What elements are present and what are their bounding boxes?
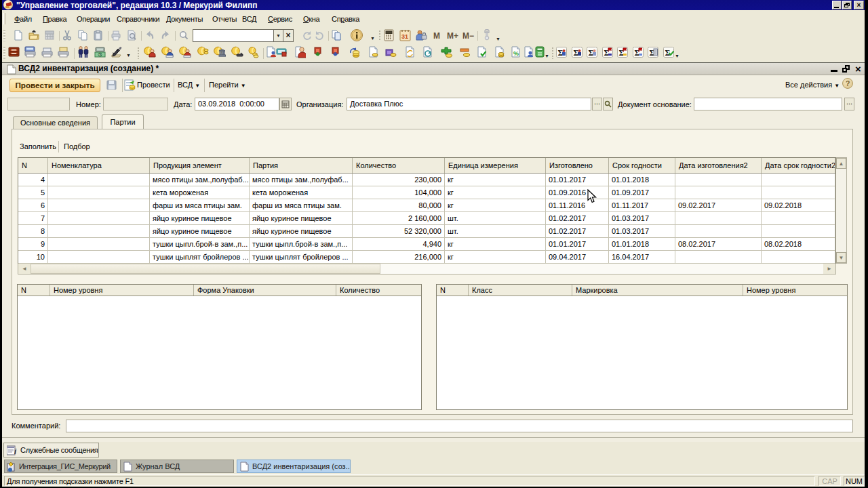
svg-text:%: % [513, 50, 519, 57]
svg-text:$: $ [99, 52, 102, 57]
svg-text:i: i [14, 447, 17, 455]
svg-text:31: 31 [401, 33, 408, 40]
